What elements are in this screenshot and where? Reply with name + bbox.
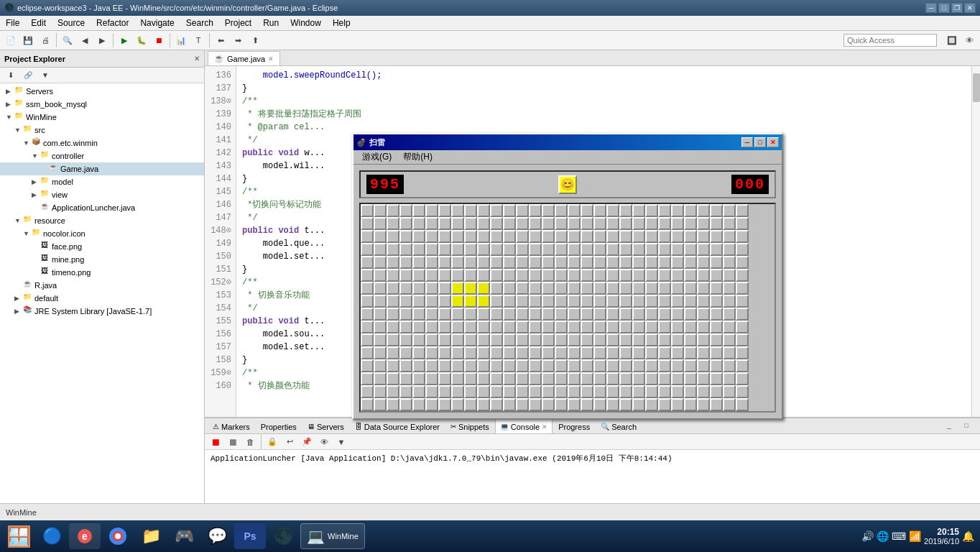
ms-cell[interactable]	[658, 385, 671, 398]
ms-cell[interactable]	[387, 204, 399, 217]
ms-cell[interactable]	[374, 346, 387, 359]
ms-cell[interactable]	[632, 295, 645, 308]
ms-cell[interactable]	[477, 295, 490, 308]
ms-cell[interactable]	[412, 359, 425, 372]
ms-cell[interactable]	[425, 217, 438, 230]
ms-cell[interactable]	[412, 308, 425, 321]
ms-cell[interactable]	[477, 243, 490, 256]
ms-cell[interactable]	[710, 385, 723, 398]
ms-cell[interactable]	[658, 204, 671, 217]
ms-cell[interactable]	[425, 398, 438, 411]
ms-cell[interactable]	[490, 256, 503, 269]
ms-cell[interactable]	[684, 385, 697, 398]
ms-cell[interactable]	[632, 217, 645, 230]
ms-cell[interactable]	[593, 256, 606, 269]
ms-cell[interactable]	[697, 372, 710, 385]
ms-cell[interactable]	[645, 204, 658, 217]
maximize-button[interactable]: □	[938, 3, 950, 13]
ms-cell[interactable]	[723, 217, 736, 230]
ms-cell[interactable]	[684, 346, 697, 359]
ms-cell[interactable]	[542, 256, 555, 269]
ms-cell[interactable]	[477, 282, 490, 295]
ms-cell[interactable]	[387, 243, 399, 256]
ms-cell[interactable]	[645, 346, 658, 359]
ms-cell[interactable]	[412, 243, 425, 256]
ms-cell[interactable]	[503, 359, 516, 372]
ms-cell[interactable]	[374, 256, 387, 269]
tree-item-winmine[interactable]: ▼ 📁 WinMine	[0, 111, 204, 124]
ms-cell[interactable]	[464, 321, 477, 334]
ms-cell[interactable]	[581, 256, 593, 269]
ms-cell[interactable]	[516, 217, 529, 230]
ms-cell[interactable]	[710, 243, 723, 256]
ms-cell[interactable]	[477, 321, 490, 334]
ms-cell[interactable]	[490, 243, 503, 256]
ms-cell[interactable]	[529, 359, 542, 372]
ms-cell[interactable]	[516, 282, 529, 295]
ms-cell[interactable]	[464, 269, 477, 282]
ms-cell[interactable]	[710, 230, 723, 243]
ms-cell[interactable]	[645, 398, 658, 411]
ms-cell[interactable]	[593, 334, 606, 346]
ms-cell[interactable]	[723, 230, 736, 243]
ms-cell[interactable]	[684, 321, 697, 334]
ms-cell[interactable]	[542, 385, 555, 398]
ms-cell[interactable]	[619, 282, 632, 295]
notification-area[interactable]: 🔔	[962, 530, 974, 542]
ms-cell[interactable]	[451, 217, 464, 230]
ms-cell[interactable]	[464, 282, 477, 295]
ms-cell[interactable]	[684, 217, 697, 230]
ms-cell[interactable]	[542, 282, 555, 295]
ms-cell[interactable]	[697, 346, 710, 359]
ms-cell[interactable]	[736, 398, 749, 411]
toolbar-next[interactable]: ➡	[230, 32, 246, 48]
ms-cell[interactable]	[374, 308, 387, 321]
ms-cell[interactable]	[697, 230, 710, 243]
console-close[interactable]: ✕	[542, 423, 547, 431]
toolbar-print[interactable]: 🖨	[37, 32, 53, 48]
ms-cell[interactable]	[451, 204, 464, 217]
ms-cell[interactable]	[542, 372, 555, 385]
ms-cell[interactable]	[645, 295, 658, 308]
ms-cell[interactable]	[645, 217, 658, 230]
toolbar-up[interactable]: ⬆	[247, 32, 263, 48]
ms-cell[interactable]	[671, 256, 684, 269]
ms-cell[interactable]	[399, 295, 412, 308]
ms-cell[interactable]	[361, 204, 374, 217]
ms-cell[interactable]	[671, 243, 684, 256]
ms-cell[interactable]	[464, 243, 477, 256]
ms-cell[interactable]	[374, 295, 387, 308]
menu-window[interactable]: Window	[285, 16, 327, 31]
ms-cell[interactable]	[464, 372, 477, 385]
ms-cell[interactable]	[361, 385, 374, 398]
tab-console[interactable]: 💻 Console ✕	[495, 419, 553, 433]
ms-cell[interactable]	[632, 334, 645, 346]
ms-cell[interactable]	[490, 359, 503, 372]
taskbar-files[interactable]: 📁	[135, 523, 167, 549]
ms-cell[interactable]	[658, 346, 671, 359]
ms-cell[interactable]	[361, 256, 374, 269]
toolbar-new[interactable]: 📄	[3, 32, 19, 48]
ms-cell[interactable]	[490, 308, 503, 321]
ms-smiley-button[interactable]: 😊	[558, 175, 577, 194]
ms-cell[interactable]	[374, 372, 387, 385]
toolbar-view[interactable]: 👁	[961, 32, 977, 48]
ms-cell[interactable]	[438, 295, 451, 308]
ms-cell[interactable]	[658, 334, 671, 346]
taskbar-ie[interactable]: e	[69, 523, 101, 549]
ms-cell[interactable]	[477, 217, 490, 230]
ms-cell[interactable]	[632, 230, 645, 243]
ms-cell[interactable]	[658, 256, 671, 269]
ms-cell[interactable]	[658, 217, 671, 230]
editor-tab-gamejava[interactable]: ☕ Game.java ✕	[208, 51, 280, 65]
ms-cell[interactable]	[464, 256, 477, 269]
ms-cell[interactable]	[684, 308, 697, 321]
ms-cell[interactable]	[529, 230, 542, 243]
ms-cell[interactable]	[451, 385, 464, 398]
ms-cell[interactable]	[477, 372, 490, 385]
ms-cell[interactable]	[361, 321, 374, 334]
ms-cell[interactable]	[516, 385, 529, 398]
ms-cell[interactable]	[451, 295, 464, 308]
ms-cell[interactable]	[387, 256, 399, 269]
ms-cell[interactable]	[438, 282, 451, 295]
